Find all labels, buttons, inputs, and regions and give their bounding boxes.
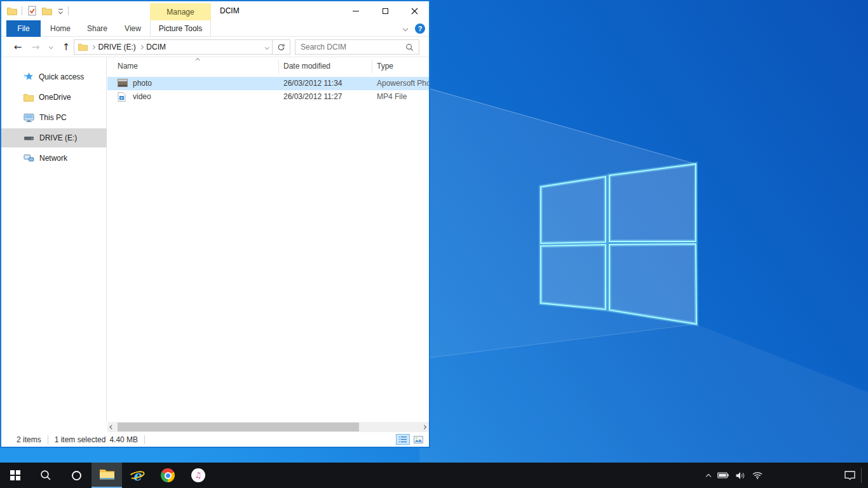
minimize-icon: [353, 11, 359, 11]
qat-dropdown-icon[interactable]: [57, 9, 64, 13]
sort-ascending-icon[interactable]: [196, 58, 200, 62]
itunes-icon: ♫: [191, 468, 205, 482]
itunes-button[interactable]: ♫: [183, 463, 214, 488]
desktop: Manage DCIM File Home Share View Picture…: [0, 0, 868, 488]
file-date-modified: 26/03/2012 11:34: [283, 77, 342, 90]
refresh-icon: [277, 43, 285, 51]
column-header-type[interactable]: Type: [377, 57, 393, 75]
file-explorer-icon: [99, 468, 115, 481]
cortana-icon: [72, 471, 81, 480]
internet-explorer-button[interactable]: e: [122, 463, 153, 488]
show-desktop-divider[interactable]: [861, 468, 862, 483]
scroll-left-arrow-icon[interactable]: [107, 422, 117, 432]
tab-picture-tools[interactable]: Picture Tools: [150, 20, 211, 37]
video-file-icon: [118, 92, 126, 104]
maximize-button[interactable]: [370, 1, 400, 20]
minimize-button[interactable]: [341, 1, 370, 20]
search-box[interactable]: [295, 39, 419, 55]
sidebar-item-network[interactable]: Network: [1, 149, 107, 168]
sidebar-item-drive-e[interactable]: DRIVE (E:): [1, 128, 107, 147]
file-list: Name Date modified Type photo 26/03/2012…: [107, 57, 429, 422]
column-header-date-modified[interactable]: Date modified: [283, 57, 330, 75]
file-date-modified: 26/03/2012 11:27: [283, 90, 342, 104]
action-center-button[interactable]: [840, 463, 859, 488]
horizontal-scrollbar[interactable]: [107, 422, 429, 432]
selection-size: 4.40 MB: [109, 435, 138, 444]
taskbar-search-button[interactable]: [31, 463, 61, 488]
search-icon[interactable]: [405, 43, 414, 51]
column-header-name[interactable]: Name: [118, 57, 138, 75]
ribbon-collapse-chevron-icon[interactable]: [403, 26, 408, 31]
start-icon: [10, 470, 20, 480]
address-bar[interactable]: DRIVE (E:) DCIM: [74, 39, 273, 55]
drive-icon: [24, 135, 34, 141]
details-view-icon: [398, 436, 407, 443]
scroll-right-arrow-icon[interactable]: [419, 422, 429, 432]
sidebar-item-quick-access[interactable]: Quick access: [1, 67, 107, 86]
breadcrumb-chevron-icon[interactable]: [139, 45, 143, 49]
status-bar: 2 items 1 item selected 4.40 MB: [1, 432, 429, 447]
photo-thumbnail-icon: [118, 79, 128, 87]
forward-button[interactable]: →: [28, 37, 43, 57]
file-type: Apowersoft Pho: [377, 77, 429, 90]
sidebar-item-label: OneDrive: [39, 93, 71, 102]
refresh-button[interactable]: [273, 39, 290, 55]
tab-file[interactable]: File: [6, 20, 41, 37]
column-separator[interactable]: [278, 60, 279, 74]
maximize-icon: [383, 8, 388, 14]
manage-contextual-tab[interactable]: Manage: [150, 3, 211, 20]
file-type: MP4 File: [377, 90, 407, 104]
volume-icon[interactable]: [736, 471, 745, 480]
action-center-icon: [844, 471, 855, 480]
battery-icon[interactable]: [717, 472, 729, 478]
tab-view[interactable]: View: [118, 20, 147, 37]
search-icon: [40, 470, 51, 481]
new-folder-icon[interactable]: [41, 4, 53, 17]
breadcrumb-chevron-icon[interactable]: [91, 45, 95, 49]
scrollbar-track[interactable]: [117, 422, 419, 432]
selection-count: 1 item selected: [55, 435, 106, 444]
onedrive-folder-icon: [24, 93, 34, 102]
file-row-video[interactable]: video 26/03/2012 11:27 MP4 File: [107, 90, 429, 104]
tab-share[interactable]: Share: [81, 20, 113, 37]
large-icons-view-button[interactable]: [411, 434, 425, 445]
wifi-icon[interactable]: [752, 471, 763, 479]
breadcrumb-dcim[interactable]: DCIM: [146, 43, 166, 51]
folder-icon: [78, 43, 88, 51]
chrome-icon: [161, 468, 175, 482]
item-count: 2 items: [17, 435, 41, 444]
start-button[interactable]: [0, 463, 31, 488]
qat-separator: [68, 6, 69, 15]
titlebar[interactable]: Manage DCIM: [1, 1, 429, 20]
breadcrumb-drive[interactable]: DRIVE (E:): [98, 43, 136, 51]
tab-home[interactable]: Home: [46, 20, 75, 37]
up-button[interactable]: ↑: [58, 37, 74, 57]
sidebar-item-label: This PC: [39, 113, 67, 122]
search-input[interactable]: [301, 43, 405, 51]
sidebar-item-this-pc[interactable]: This PC: [1, 108, 107, 127]
back-button[interactable]: ←: [10, 37, 25, 57]
file-explorer-taskbar-button[interactable]: [92, 463, 122, 488]
details-view-button[interactable]: [396, 434, 410, 445]
properties-icon[interactable]: [26, 4, 37, 17]
file-name: photo: [133, 77, 152, 90]
navigation-bar: ← → ↑ DRIVE (E:) DCIM: [1, 37, 429, 57]
file-row-photo[interactable]: photo 26/03/2012 11:34 Apowersoft Pho: [107, 77, 429, 90]
sidebar-item-onedrive[interactable]: OneDrive: [1, 88, 107, 107]
recent-locations-chevron-icon[interactable]: [46, 37, 56, 57]
sidebar-item-label: Quick access: [39, 72, 84, 81]
qat-separator: [22, 6, 22, 15]
close-icon: [411, 8, 418, 15]
close-button[interactable]: [400, 1, 429, 20]
taskbar: e ♫: [0, 463, 868, 488]
chrome-button[interactable]: [153, 463, 183, 488]
cortana-button[interactable]: [61, 463, 92, 488]
status-separator: [144, 435, 145, 444]
hidden-icons-chevron-icon[interactable]: [706, 473, 711, 478]
folder-icon[interactable]: [6, 4, 18, 17]
column-separator[interactable]: [372, 60, 372, 74]
help-icon[interactable]: ?: [415, 24, 425, 34]
ribbon-tabs: File Home Share View Picture Tools ?: [1, 20, 429, 37]
scrollbar-thumb[interactable]: [118, 423, 359, 431]
address-dropdown-chevron-icon[interactable]: [265, 45, 269, 49]
